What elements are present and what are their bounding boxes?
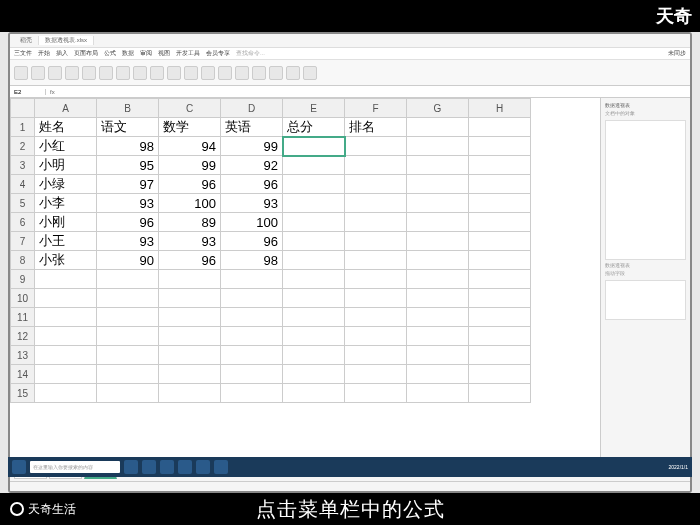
- cell-B10[interactable]: [97, 289, 159, 308]
- cell-C8[interactable]: 96: [159, 251, 221, 270]
- cell-D10[interactable]: [221, 289, 283, 308]
- row-header-2[interactable]: 2: [11, 137, 35, 156]
- cell-H15[interactable]: [469, 384, 531, 403]
- cell-E15[interactable]: [283, 384, 345, 403]
- col-header-H[interactable]: H: [469, 99, 531, 118]
- cell-G15[interactable]: [407, 384, 469, 403]
- cell-B7[interactable]: 93: [97, 232, 159, 251]
- cell-D14[interactable]: [221, 365, 283, 384]
- row-header-5[interactable]: 5: [11, 194, 35, 213]
- cell-G3[interactable]: [407, 156, 469, 175]
- app-tab-1[interactable]: 稻壳: [14, 36, 39, 45]
- cell-E9[interactable]: [283, 270, 345, 289]
- cell-A8[interactable]: 小张: [35, 251, 97, 270]
- menu-insert[interactable]: 插入: [56, 49, 68, 58]
- cell-F13[interactable]: [345, 346, 407, 365]
- cell-F1[interactable]: 排名: [345, 118, 407, 137]
- row-header-15[interactable]: 15: [11, 384, 35, 403]
- taskbar-search[interactable]: 在这里输入你要搜索的内容: [30, 461, 120, 473]
- cell-F15[interactable]: [345, 384, 407, 403]
- cell-A7[interactable]: 小王: [35, 232, 97, 251]
- cell-D2[interactable]: 99: [221, 137, 283, 156]
- cell-F5[interactable]: [345, 194, 407, 213]
- cell-A9[interactable]: [35, 270, 97, 289]
- row-header-8[interactable]: 8: [11, 251, 35, 270]
- cell-D9[interactable]: [221, 270, 283, 289]
- row-header-10[interactable]: 10: [11, 289, 35, 308]
- cell-E12[interactable]: [283, 327, 345, 346]
- cell-F6[interactable]: [345, 213, 407, 232]
- cell-F7[interactable]: [345, 232, 407, 251]
- cell-G9[interactable]: [407, 270, 469, 289]
- ribbon-btn[interactable]: [167, 66, 181, 80]
- cell-H2[interactable]: [469, 137, 531, 156]
- cell-B11[interactable]: [97, 308, 159, 327]
- cell-D8[interactable]: 98: [221, 251, 283, 270]
- cell-E11[interactable]: [283, 308, 345, 327]
- ribbon-btn[interactable]: [235, 66, 249, 80]
- row-header-4[interactable]: 4: [11, 175, 35, 194]
- taskbar-icon[interactable]: [142, 460, 156, 474]
- cell-G10[interactable]: [407, 289, 469, 308]
- row-header-9[interactable]: 9: [11, 270, 35, 289]
- ribbon-btn[interactable]: [150, 66, 164, 80]
- ribbon-btn[interactable]: [99, 66, 113, 80]
- cell-H7[interactable]: [469, 232, 531, 251]
- menu-view[interactable]: 视图: [158, 49, 170, 58]
- ribbon-btn[interactable]: [116, 66, 130, 80]
- cell-G8[interactable]: [407, 251, 469, 270]
- ribbon-btn[interactable]: [252, 66, 266, 80]
- cell-B8[interactable]: 90: [97, 251, 159, 270]
- cell-B9[interactable]: [97, 270, 159, 289]
- cell-D1[interactable]: 英语: [221, 118, 283, 137]
- cell-B1[interactable]: 语文: [97, 118, 159, 137]
- name-box[interactable]: E2: [10, 89, 46, 95]
- cell-E3[interactable]: [283, 156, 345, 175]
- ribbon-btn[interactable]: [286, 66, 300, 80]
- cell-A11[interactable]: [35, 308, 97, 327]
- cell-F2[interactable]: [345, 137, 407, 156]
- cell-A13[interactable]: [35, 346, 97, 365]
- cell-A2[interactable]: 小红: [35, 137, 97, 156]
- spreadsheet-grid[interactable]: ABCDEFGH1姓名语文数学英语总分排名2小红9894993小明9599924…: [10, 98, 600, 467]
- cell-H3[interactable]: [469, 156, 531, 175]
- cell-F4[interactable]: [345, 175, 407, 194]
- cell-H8[interactable]: [469, 251, 531, 270]
- cell-C4[interactable]: 96: [159, 175, 221, 194]
- menu-vip[interactable]: 会员专享: [206, 49, 230, 58]
- row-header-3[interactable]: 3: [11, 156, 35, 175]
- row-header-13[interactable]: 13: [11, 346, 35, 365]
- cell-D5[interactable]: 93: [221, 194, 283, 213]
- cell-G4[interactable]: [407, 175, 469, 194]
- ribbon-btn[interactable]: [82, 66, 96, 80]
- row-header-7[interactable]: 7: [11, 232, 35, 251]
- col-header-F[interactable]: F: [345, 99, 407, 118]
- cell-G5[interactable]: [407, 194, 469, 213]
- cell-E2[interactable]: [283, 137, 345, 156]
- cell-D6[interactable]: 100: [221, 213, 283, 232]
- app-tab-2[interactable]: 数据透视表.xlsx: [39, 36, 94, 45]
- cell-A5[interactable]: 小李: [35, 194, 97, 213]
- cell-H12[interactable]: [469, 327, 531, 346]
- start-button[interactable]: [12, 460, 26, 474]
- ribbon-btn[interactable]: [133, 66, 147, 80]
- row-header-6[interactable]: 6: [11, 213, 35, 232]
- cell-F11[interactable]: [345, 308, 407, 327]
- cell-C2[interactable]: 94: [159, 137, 221, 156]
- taskbar-icon[interactable]: [214, 460, 228, 474]
- ribbon-btn[interactable]: [65, 66, 79, 80]
- ribbon-btn[interactable]: [31, 66, 45, 80]
- col-header-A[interactable]: A: [35, 99, 97, 118]
- cell-A12[interactable]: [35, 327, 97, 346]
- cell-E14[interactable]: [283, 365, 345, 384]
- cell-B13[interactable]: [97, 346, 159, 365]
- ribbon-btn[interactable]: [48, 66, 62, 80]
- cell-C9[interactable]: [159, 270, 221, 289]
- taskbar-icon[interactable]: [178, 460, 192, 474]
- cell-D13[interactable]: [221, 346, 283, 365]
- cell-D4[interactable]: 96: [221, 175, 283, 194]
- cell-F3[interactable]: [345, 156, 407, 175]
- ribbon-btn[interactable]: [269, 66, 283, 80]
- cell-A6[interactable]: 小刚: [35, 213, 97, 232]
- taskbar-icon[interactable]: [124, 460, 138, 474]
